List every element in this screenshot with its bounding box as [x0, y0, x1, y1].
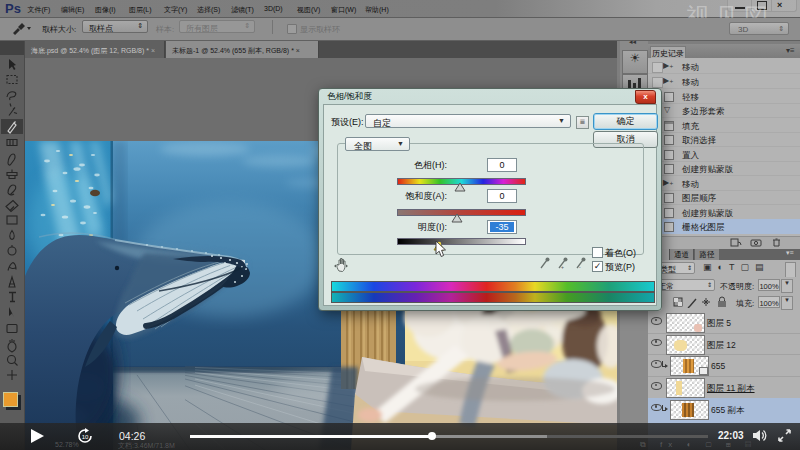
svg-text:+: +	[561, 264, 564, 270]
svg-text:-: -	[579, 264, 581, 270]
svg-text:10: 10	[82, 434, 89, 440]
